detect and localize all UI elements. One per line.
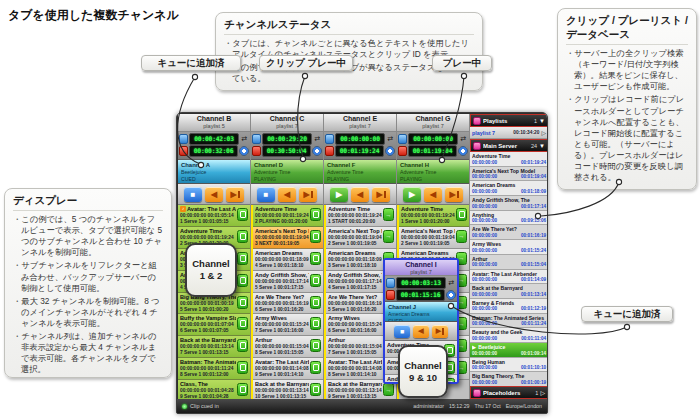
transport-next-button[interactable]: ▶	[432, 325, 448, 338]
server-clip-row[interactable]: Back at the Barnyard00:00:00:0000:01:13:…	[470, 284, 548, 299]
channel-header[interactable]: Channel Cplaylist 7	[251, 114, 323, 132]
cue-badge[interactable]: →	[383, 230, 394, 243]
play-icon[interactable]: ▷	[541, 129, 546, 136]
clip-row[interactable]: Back at the Barnyard00:00:00:00 00:01:13…	[253, 380, 323, 399]
cue-badge[interactable]	[310, 208, 321, 221]
clip-row[interactable]: Adventure Time00:00:00:00 00:01:19:241 S…	[326, 205, 396, 227]
record-icon[interactable]	[179, 146, 188, 156]
transport-prev-button[interactable]: ◀	[413, 325, 429, 338]
chevron-down-icon[interactable]: ▼	[539, 118, 545, 124]
lock-icon[interactable]	[252, 134, 261, 144]
loop-icon[interactable]: ⇄	[459, 134, 468, 144]
server-clip-row[interactable]: Being Human00:00:00:0000:01:10:10	[470, 358, 548, 373]
server-clip-row[interactable]: Avatar: The Last Airbender00:00:00:0000:…	[470, 270, 548, 285]
jog-shuttle-icon[interactable]	[239, 146, 249, 156]
cue-badge[interactable]	[237, 339, 248, 352]
server-clip-row[interactable]: Army Wives00:00:00:0000:01:15:24	[470, 240, 548, 255]
transport-prev-button[interactable]: ◀	[205, 187, 223, 202]
subchannel-tab[interactable]: Channel FAdventure TimePLAYING	[324, 160, 396, 184]
transport-next-button[interactable]: ▶	[299, 187, 317, 202]
cue-badge[interactable]: →	[456, 230, 467, 243]
transport-stop-button[interactable]: ■	[184, 187, 202, 202]
lock-icon[interactable]	[179, 134, 188, 144]
clip-row[interactable]: Back at the Barnyard00:00:00:00 00:01:13…	[178, 336, 250, 358]
cue-badge[interactable]	[310, 383, 321, 396]
subchannel-tab[interactable]: Channel HAdventure TimePLAYING	[397, 160, 469, 184]
transport-prev-button[interactable]: ◀	[424, 187, 442, 202]
lock-icon[interactable]	[398, 134, 407, 144]
jog-shuttle-icon[interactable]	[458, 146, 468, 156]
server-clip-row[interactable]: Arthur00:00:00:0000:01:15:04	[470, 255, 548, 270]
transport-play-button[interactable]: ▶	[403, 187, 421, 202]
jog-shuttle-icon[interactable]	[385, 146, 395, 156]
cue-badge[interactable]	[310, 274, 321, 287]
playlists-header[interactable]: Playlists 1 ▼	[470, 114, 548, 127]
loop-icon[interactable]: ⇄	[240, 134, 249, 144]
cue-badge[interactable]	[237, 317, 248, 330]
main-server-header[interactable]: Main Server 24 ▼	[470, 139, 548, 152]
transport-next-button[interactable]: ▶	[226, 187, 244, 202]
transport-play-button[interactable]: ▶	[330, 187, 348, 202]
server-clip-row[interactable]: America's Next Top Model00:00:00:0000:01…	[470, 167, 548, 182]
clip-row[interactable]: Avatar: The Last Airbende00:00:00:00 00:…	[253, 358, 323, 380]
transport-stop-button[interactable]: ■	[257, 187, 275, 202]
placeholders-header[interactable]: Placeholders 1 ▷	[470, 386, 548, 399]
subchannel-tab[interactable]: Channel ABeetlejuiceCUED	[178, 160, 250, 184]
transport-stop-button[interactable]: ■	[394, 325, 410, 338]
record-icon[interactable]	[398, 146, 407, 156]
playlist-row[interactable]: playlist 7 00:10:34:20 ▷	[470, 127, 548, 139]
server-clip-row[interactable]: Barney & Friends00:00:00:0000:01:12:19	[470, 299, 548, 314]
cue-badge[interactable]	[310, 361, 321, 374]
transport-prev-button[interactable]: ◀	[351, 187, 369, 202]
cue-badge[interactable]	[237, 296, 248, 309]
record-icon[interactable]	[386, 290, 395, 300]
cue-badge[interactable]	[310, 230, 321, 243]
chevron-right-icon[interactable]: ▷	[540, 389, 545, 396]
server-clip-row[interactable]: American Dreams00:00:00:0000:01:18:09	[470, 181, 548, 196]
jog-shuttle-icon[interactable]	[446, 290, 456, 300]
transport-next-button[interactable]: ▶	[445, 187, 463, 202]
server-clip-row[interactable]: ▶ Beetlejuice00:00:00:0000:01:09:14	[470, 343, 548, 358]
lock-icon[interactable]	[386, 278, 395, 288]
cue-badge[interactable]	[456, 208, 467, 221]
clip-row[interactable]: Buffy the Vampire Slayer00:00:00:00 00:0…	[178, 314, 250, 336]
cue-badge[interactable]	[237, 274, 248, 287]
cue-badge[interactable]	[310, 339, 321, 352]
clip-row[interactable]: American Dreams00:00:00:00 00:01:18:094 …	[253, 249, 323, 271]
loop-icon[interactable]: ⇄	[313, 134, 322, 144]
subchannel-tab[interactable]: Channel JAmerican DreamsCUED	[385, 302, 457, 322]
clip-row[interactable]: ♪Avatar: The Last Airbende00:00:00:00 00…	[178, 205, 250, 227]
loop-icon[interactable]: ⇄	[386, 134, 395, 144]
jog-shuttle-icon[interactable]	[312, 146, 322, 156]
record-icon[interactable]	[325, 146, 334, 156]
channel-header[interactable]: Channel Bplaylist 5	[178, 114, 250, 132]
loop-icon[interactable]: ⇄	[447, 278, 456, 288]
channel-header[interactable]: Channel Gplaylist 7	[397, 114, 469, 132]
server-clip-row[interactable]: Big Bang Theory, The00:00:00:0000:01:00:…	[470, 372, 548, 386]
server-clip-row[interactable]: Anything00:00:00:0000:09:15:06	[470, 211, 548, 226]
channel-header[interactable]: Channel Iplaylist 7	[385, 260, 457, 276]
cue-badge[interactable]	[310, 317, 321, 330]
subchannel-tab[interactable]: Channel DAdventure TimePLAYING	[251, 160, 323, 184]
server-clip-row[interactable]: Batman: The Animated Series00:00:00:0000…	[470, 314, 548, 329]
cue-badge[interactable]: →	[383, 208, 394, 221]
server-clip-row[interactable]: Are We There Yet?00:00:00:0000:01:16:19	[470, 225, 548, 240]
clip-row[interactable]: America's Next Top Model00:00:00:00 00:0…	[326, 227, 396, 249]
clip-row[interactable]: Adventure Time00:00:00:00 00:01:19:241 S…	[399, 205, 469, 227]
clip-row[interactable]: Andy Griffith Show, The00:00:00:00 00:01…	[253, 271, 323, 293]
clip-row[interactable]: America's Next Top Model00:00:00:00 00:0…	[399, 227, 469, 249]
cue-badge[interactable]	[237, 383, 248, 396]
transport-next-button[interactable]: ▶	[372, 187, 390, 202]
cue-badge[interactable]	[237, 252, 248, 265]
clip-row[interactable]: Army Wives00:00:00:00 00:01:15:247 Serve…	[253, 314, 323, 336]
cue-badge[interactable]: →	[383, 383, 394, 396]
clip-row[interactable]: Adventure Time00:00:00:00 00:01:19:242 P…	[253, 205, 323, 227]
cue-badge[interactable]	[310, 296, 321, 309]
channel-header[interactable]: Channel Eplaylist 7	[324, 114, 396, 132]
server-clip-row[interactable]: Andy Griffith Show, The00:00:00:0000:01:…	[470, 196, 548, 211]
server-clip-row[interactable]: Beauty and the Geek00:00:00:0000:01:11:0…	[470, 328, 548, 343]
server-clip-row[interactable]: Adventure Time00:00:00:0000:01:19:24	[470, 152, 548, 167]
cue-badge[interactable]	[237, 361, 248, 374]
chevron-down-icon[interactable]: ▼	[539, 143, 545, 149]
lock-icon[interactable]	[325, 134, 334, 144]
